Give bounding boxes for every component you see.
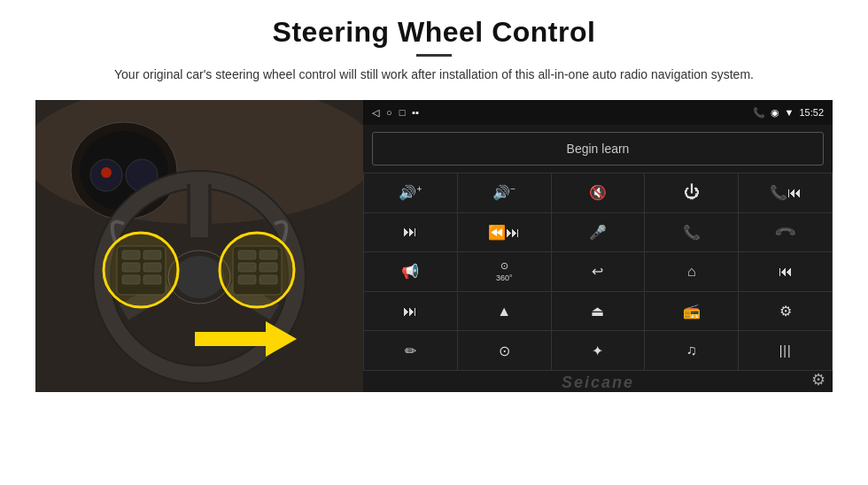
svg-point-31	[104, 233, 178, 307]
page-container: Steering Wheel Control Your original car…	[0, 0, 868, 485]
phone-call-icon: 📞	[683, 224, 701, 241]
title-divider	[416, 54, 452, 57]
hang-up-icon: 📞	[773, 220, 798, 245]
battery-icon: ▪▪	[412, 107, 419, 118]
location-icon: ◉	[771, 107, 779, 119]
svg-point-6	[101, 167, 112, 178]
bluetooth-icon: ✦	[592, 343, 603, 359]
hang-up-button[interactable]: 📞	[739, 213, 832, 252]
wifi-icon: ▼	[785, 107, 794, 118]
volume-bars-icon: |||	[779, 343, 792, 358]
page-title: Steering Wheel Control	[114, 16, 754, 49]
pen-button[interactable]: ✏	[364, 331, 457, 370]
speaker-icon: 📢	[401, 263, 419, 280]
seicane-watermark: Seicane	[562, 373, 634, 391]
music-icon: ♫	[686, 343, 697, 358]
mic-button[interactable]: 🎤	[552, 213, 645, 252]
android-ui-panel: ◁ ○ □ ▪▪ 📞 ◉ ▼ 15:52 Begin learn	[363, 100, 833, 392]
vol-up-icon: 🔊+	[399, 184, 422, 201]
nav-button[interactable]: ▲	[458, 292, 551, 331]
settings-ring-button[interactable]: ⊙	[458, 331, 551, 370]
vol-down-icon: 🔊−	[492, 184, 515, 201]
back-nav-icon[interactable]: ◁	[372, 107, 379, 119]
eject-icon: ⏏	[591, 303, 604, 319]
nav-icon: ▲	[497, 304, 511, 319]
svg-point-32	[220, 233, 294, 307]
music-button[interactable]: ♫	[645, 331, 738, 370]
next-button[interactable]: ⏭	[364, 213, 457, 252]
radio-icon: 📻	[683, 303, 701, 319]
phone-icon: 📞	[753, 107, 765, 119]
equalizer-icon: ⚙	[779, 303, 792, 319]
content-area: ◁ ○ □ ▪▪ 📞 ◉ ▼ 15:52 Begin learn	[35, 100, 833, 392]
skip-back-icon: ⏮	[779, 264, 793, 280]
steering-wheel-image	[35, 100, 363, 392]
title-section: Steering Wheel Control Your original car…	[114, 16, 754, 95]
volume-bars-button[interactable]: |||	[739, 331, 832, 370]
next-icon: ⏭	[403, 224, 417, 240]
begin-learn-row: Begin learn	[363, 125, 833, 173]
watermark-bar: Seicane ⚙	[363, 371, 833, 392]
view-360-button[interactable]: ⊙360°	[458, 252, 551, 291]
home-icon: ⌂	[687, 264, 696, 280]
time-display: 15:52	[799, 107, 824, 118]
mute-icon: 🔇	[589, 184, 607, 201]
begin-learn-button[interactable]: Begin learn	[372, 132, 824, 166]
subtitle-text: Your original car's steering wheel contr…	[114, 65, 754, 84]
vol-down-button[interactable]: 🔊−	[458, 173, 551, 212]
circle-nav-icon[interactable]: ○	[386, 107, 392, 118]
controls-grid: 🔊+ 🔊− 🔇 ⏻ 📞⏮ ⏭ ⏪⏭	[363, 173, 833, 371]
eject-button[interactable]: ⏏	[552, 292, 645, 331]
power-icon: ⏻	[684, 183, 700, 202]
settings-ring-icon: ⊙	[499, 343, 510, 359]
back-button[interactable]: ↩	[552, 252, 645, 291]
home-button[interactable]: ⌂	[645, 252, 738, 291]
prev-track-icon: 📞⏮	[770, 184, 802, 201]
speaker-button[interactable]: 📢	[364, 252, 457, 291]
ff-back-icon: ⏪⏭	[488, 224, 520, 241]
equalizer-button[interactable]: ⚙	[739, 292, 832, 331]
ff-back-button[interactable]: ⏪⏭	[458, 213, 551, 252]
skip-fwd-button[interactable]: ⏭	[364, 292, 457, 331]
vol-up-button[interactable]: 🔊+	[364, 173, 457, 212]
status-bar-right: 📞 ◉ ▼ 15:52	[753, 107, 824, 119]
power-button[interactable]: ⏻	[645, 173, 738, 212]
skip-back-button[interactable]: ⏮	[739, 252, 832, 291]
radio-button[interactable]: 📻	[645, 292, 738, 331]
bluetooth-button[interactable]: ✦	[552, 331, 645, 370]
status-bar-left: ◁ ○ □ ▪▪	[372, 107, 419, 119]
skip-fwd-icon: ⏭	[403, 304, 417, 319]
gear-icon[interactable]: ⚙	[811, 370, 825, 389]
square-nav-icon[interactable]: □	[399, 107, 406, 118]
view-360-icon: ⊙360°	[496, 260, 513, 282]
mute-button[interactable]: 🔇	[552, 173, 645, 212]
mic-icon: 🎤	[589, 224, 607, 241]
svg-point-16	[174, 256, 224, 298]
phone-call-button[interactable]: 📞	[645, 213, 738, 252]
back-icon: ↩	[592, 263, 603, 280]
status-bar: ◁ ○ □ ▪▪ 📞 ◉ ▼ 15:52	[363, 100, 833, 125]
pen-icon: ✏	[405, 343, 416, 359]
prev-track-button[interactable]: 📞⏮	[739, 173, 832, 212]
